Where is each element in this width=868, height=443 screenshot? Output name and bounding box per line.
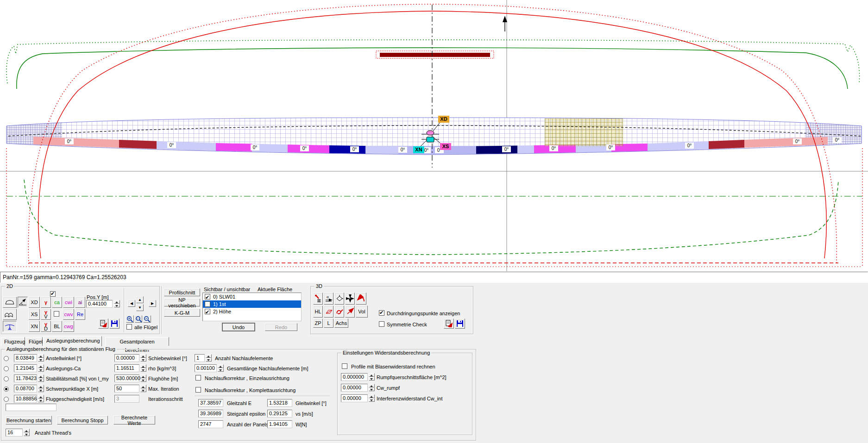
gamma-v-button[interactable]: γ V xyxy=(41,309,51,320)
cw-rumpf-input[interactable]: 0.00000 xyxy=(341,384,368,392)
front-view-button[interactable] xyxy=(3,321,17,332)
3d-move-button[interactable] xyxy=(345,293,355,305)
surface-visible-checkbox[interactable] xyxy=(205,309,210,314)
undo-button[interactable]: Undo xyxy=(222,323,255,331)
surface-listbox[interactable]: 0) SLW01 1) 1st 2) Höhe xyxy=(202,293,302,321)
xd-toggle-button[interactable]: XD xyxy=(29,297,40,308)
threads-spinner[interactable] xyxy=(24,429,30,436)
pan-right-button[interactable]: ▶ xyxy=(149,300,156,307)
gamma-d-button[interactable]: γ D xyxy=(41,321,51,332)
radio-schwerpunktlage[interactable] xyxy=(4,387,9,392)
rho-spinner[interactable] xyxy=(140,364,146,372)
threads-input[interactable]: 16 xyxy=(6,429,23,437)
2d-top-checkbox[interactable] xyxy=(50,291,56,297)
anstellwinkel-spinner[interactable] xyxy=(38,354,44,362)
xn-toggle-button[interactable]: XN xyxy=(29,321,40,332)
schwerpunktlage-spinner[interactable] xyxy=(38,385,44,392)
np-verschieben-button[interactable]: NP verschieben xyxy=(164,299,200,306)
tab-gesamtpolaren[interactable]: Gesamtpolaren berechnen xyxy=(105,337,169,346)
tab-auslegungsberechnung[interactable]: Auslegungsberechnung xyxy=(43,336,102,346)
3d-export-button[interactable] xyxy=(444,318,454,329)
cwg-button[interactable]: cwg xyxy=(63,321,74,332)
flughoehe-spinner[interactable] xyxy=(140,374,146,382)
stabilitaetsmass-spinner[interactable] xyxy=(38,374,44,382)
kgm-button[interactable]: K-G-M xyxy=(164,309,200,317)
cw-int-spinner[interactable] xyxy=(369,394,375,402)
plot-canvas[interactable]: 0°0°0°0°0°0°0°0°0°0°0°0°0°0° XD XS XN xyxy=(0,0,868,271)
re-button[interactable]: Re xyxy=(75,309,85,320)
cwv-button[interactable]: cwv xyxy=(63,309,74,320)
nachlaufkorrektur-komplett-checkbox[interactable] xyxy=(195,387,201,393)
redo-button[interactable]: Redo xyxy=(265,323,297,331)
2d-mid-checkbox[interactable] xyxy=(54,311,59,317)
ai-button[interactable]: ai xyxy=(75,297,85,308)
profilschnitt-button[interactable]: Profilschnitt xyxy=(164,288,200,296)
alle-fluegel-checkbox[interactable] xyxy=(126,324,132,330)
surface-list-item-selected[interactable]: 1) 1st xyxy=(203,300,301,308)
radio-auslegungs-ca[interactable] xyxy=(4,366,9,371)
rumpfflaeche-input[interactable]: 0.000000 xyxy=(341,373,368,381)
pan-left-button[interactable]: ◀ xyxy=(128,300,135,307)
3d-hl-button[interactable]: HL xyxy=(313,306,323,318)
rumpfflaeche-spinner[interactable] xyxy=(369,373,375,381)
nachlauf-laenge-input[interactable]: 0.00100 xyxy=(195,364,217,372)
max-iteration-input[interactable]: 50 xyxy=(114,385,139,393)
3d-panel-normals-button[interactable] xyxy=(334,293,344,305)
auslegungs-ca-input[interactable]: 1.21045 xyxy=(14,364,37,372)
symmetrie-checkbox[interactable] xyxy=(379,321,384,327)
blasenwiderstand-checkbox[interactable] xyxy=(342,363,347,369)
3d-vector-button[interactable] xyxy=(345,306,355,318)
2d-save-button[interactable] xyxy=(109,318,120,329)
tab-fluegel[interactable]: Flügel xyxy=(25,337,43,346)
3d-vol-button[interactable]: Vol xyxy=(356,306,368,318)
fluggeschwindigkeit-input[interactable]: 10.88856 xyxy=(14,395,37,403)
max-iteration-spinner[interactable] xyxy=(140,385,146,392)
schwerpunktlage-input[interactable]: 0.08700 xyxy=(14,385,37,393)
surface-visible-checkbox[interactable] xyxy=(205,301,210,307)
pan-down-button[interactable]: ▼ xyxy=(136,304,144,311)
xs-toggle-button[interactable]: XS xyxy=(29,309,40,320)
cw-int-input[interactable]: 0.00000 xyxy=(341,394,368,402)
stabilitaetsmass-input[interactable]: 11.78423 xyxy=(14,374,37,382)
bl-button[interactable]: BL xyxy=(52,321,62,332)
nachlaufkorrektur-einzel-checkbox[interactable] xyxy=(195,375,201,381)
3d-paint-button[interactable] xyxy=(313,293,323,305)
3d-l-button[interactable]: L xyxy=(324,318,333,328)
radio-fluggeschwindigkeit[interactable] xyxy=(4,397,9,402)
surface-list-item[interactable]: 0) SLW01 xyxy=(203,293,301,300)
3d-pen-button[interactable] xyxy=(334,306,344,318)
fluggeschwindigkeit-spinner[interactable] xyxy=(38,395,44,402)
2d-export-button[interactable] xyxy=(98,318,108,329)
gamma-button[interactable]: γ xyxy=(41,297,51,308)
zoom-1to1-button[interactable]: 1:1 xyxy=(135,315,142,323)
flughoehe-input[interactable]: 530.00000 xyxy=(114,374,139,382)
wing-3d-view-button[interactable] xyxy=(3,309,17,320)
3d-surface-button[interactable] xyxy=(324,306,333,318)
3d-save-button[interactable] xyxy=(455,318,465,329)
rho-input[interactable]: 1.16511 xyxy=(114,364,139,372)
surface-visible-checkbox[interactable] xyxy=(205,294,210,299)
pos-y-spinner[interactable] xyxy=(114,300,120,307)
durchdringung-checkbox[interactable] xyxy=(379,310,384,316)
schiebewinkel-input[interactable]: 0.00000 xyxy=(114,354,139,362)
cw-rumpf-spinner[interactable] xyxy=(369,384,375,391)
surface-list-item[interactable]: 2) Höhe xyxy=(203,308,301,315)
zoom-out-button[interactable] xyxy=(143,315,151,323)
angle-tool-button[interactable] xyxy=(18,297,28,308)
schiebewinkel-spinner[interactable] xyxy=(140,354,146,362)
berechnung-starten-button[interactable]: Berechnung starten xyxy=(6,416,52,424)
3d-zp-button[interactable]: ZP xyxy=(313,318,323,328)
wing-planform-view-button[interactable] xyxy=(3,297,17,308)
radio-stabilitaetsmass[interactable] xyxy=(4,376,9,381)
3d-achs-button[interactable]: Achs xyxy=(334,318,348,328)
berechnete-werte-button[interactable]: Berechnete Werte xyxy=(113,416,155,424)
ca-button[interactable]: ca xyxy=(52,297,62,308)
pan-up-button[interactable]: ▲ xyxy=(136,296,144,303)
radio-anstellwinkel[interactable] xyxy=(4,356,9,361)
3d-alpha-flow-button[interactable]: α xyxy=(324,293,333,305)
zoom-in-button[interactable] xyxy=(126,315,134,323)
cwi-button[interactable]: cwi xyxy=(63,297,74,308)
nachlauf-anzahl-spinner[interactable] xyxy=(206,354,212,362)
auslegungs-ca-spinner[interactable] xyxy=(38,364,44,372)
berechnung-stopp-button[interactable]: Berechnung Stopp xyxy=(57,416,108,424)
